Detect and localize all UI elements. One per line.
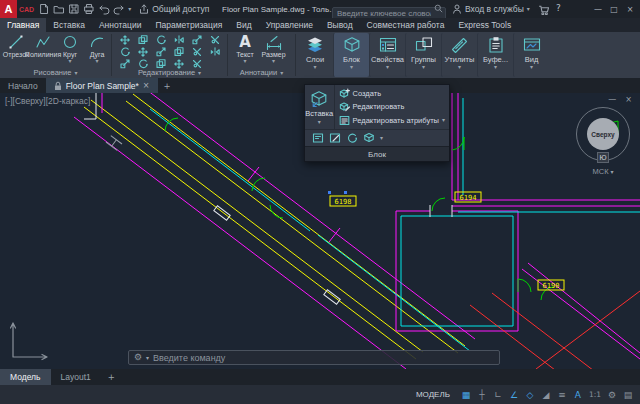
- new-file-icon[interactable]: [38, 3, 50, 15]
- modify-tool-icon[interactable]: [192, 47, 202, 57]
- tab-view[interactable]: Вид: [229, 18, 258, 32]
- tab-express-tools[interactable]: Express Tools: [451, 18, 518, 32]
- block-panel-button[interactable]: Блок ▾: [333, 33, 369, 77]
- copy-tool-icon[interactable]: [138, 35, 148, 45]
- insert-block-button[interactable]: Вставка ▾: [305, 85, 335, 129]
- arc-icon: [89, 34, 105, 50]
- annotation-panel: А Текст ▾ Размер ▾ Аннотации▾: [228, 32, 295, 78]
- ortho-toggle[interactable]: ∟: [491, 387, 505, 402]
- draw-panel-expander[interactable]: Рисование▾: [0, 67, 111, 78]
- create-block-icon: [339, 88, 350, 99]
- view-cube[interactable]: Сверху Ю МСК ▾: [576, 107, 630, 176]
- polar-tracking-toggle[interactable]: ∠: [507, 387, 521, 402]
- undo-icon[interactable]: [98, 3, 110, 15]
- app-menu-button[interactable]: A: [0, 0, 17, 18]
- drawing-tab[interactable]: Floor Plan Sample* ×: [46, 78, 158, 93]
- groups-icon: [415, 36, 433, 54]
- tab-collaborate[interactable]: Совместная работа: [360, 18, 452, 32]
- sync-attributes-icon[interactable]: [346, 132, 358, 144]
- modify-tool-icon[interactable]: [138, 47, 148, 57]
- annotation-visibility-toggle[interactable]: А: [571, 387, 585, 402]
- edit-block-icon: [339, 101, 350, 112]
- sign-in-button[interactable]: Вход в службы ▾: [452, 0, 530, 18]
- define-attributes-icon[interactable]: [312, 132, 324, 144]
- annotation-panel-expander[interactable]: Аннотации▾: [228, 67, 295, 78]
- tab-parametric[interactable]: Параметризация: [148, 18, 229, 32]
- customize-icon[interactable]: ⚙: [134, 353, 142, 362]
- tab-output[interactable]: Вывод: [320, 18, 360, 32]
- groups-panel-button[interactable]: Группы ▾: [405, 33, 441, 77]
- snap-toggle[interactable]: ┼: [475, 387, 489, 402]
- edit-attribute-icon[interactable]: [329, 132, 341, 144]
- start-tab[interactable]: Начало: [0, 78, 46, 93]
- utilities-panel-button[interactable]: Утилиты ▾: [441, 33, 477, 77]
- plot-icon[interactable]: [83, 3, 95, 15]
- ucs-selector[interactable]: МСК ▾: [576, 167, 630, 176]
- customize-button[interactable]: ▤: [621, 387, 635, 402]
- workspace-button[interactable]: ⚙: [605, 387, 619, 402]
- close-button[interactable]: ×: [622, 5, 638, 14]
- layout1-tab[interactable]: Layout1: [51, 369, 101, 385]
- close-tab-icon[interactable]: ×: [143, 81, 150, 90]
- stretch-tool-icon[interactable]: [192, 35, 202, 45]
- circle-button[interactable]: Круг ▾: [57, 34, 83, 67]
- create-block-item[interactable]: Создать: [335, 87, 449, 100]
- search-icon[interactable]: [434, 4, 443, 13]
- new-drawing-tab-button[interactable]: +: [158, 78, 177, 93]
- chevron-down-icon[interactable]: ▾: [146, 355, 149, 361]
- dimension-icon: [266, 34, 282, 50]
- edit-block-item[interactable]: Редактировать: [335, 100, 449, 113]
- trim-tool-icon[interactable]: [210, 35, 220, 45]
- move-tool-icon[interactable]: [120, 35, 130, 45]
- viewport-controls[interactable]: [-][Сверху][2D-каркас]: [5, 96, 90, 106]
- viewcube-south[interactable]: Ю: [597, 152, 609, 163]
- chevron-down-icon: ▾: [95, 58, 98, 64]
- room-tag: 6194: [460, 194, 477, 202]
- chevron-down-icon[interactable]: ▾: [128, 6, 131, 12]
- arc-button[interactable]: Дуга ▾: [84, 34, 110, 67]
- rotate-tool-icon[interactable]: [156, 35, 166, 45]
- layers-panel-button[interactable]: Слои ▾: [297, 33, 333, 77]
- object-snap-toggle[interactable]: ◇: [523, 387, 537, 402]
- app-store-icon[interactable]: [538, 4, 549, 15]
- help-icon[interactable]: ?: [556, 3, 561, 13]
- grid-toggle[interactable]: ▦: [459, 387, 473, 402]
- lineweight-toggle[interactable]: ≡: [555, 387, 569, 402]
- tab-annotate[interactable]: Аннотации: [92, 18, 149, 32]
- modify-tool-icon[interactable]: [156, 47, 166, 57]
- block-tool-icon[interactable]: [363, 132, 375, 144]
- new-layout-button[interactable]: +: [101, 369, 122, 385]
- viewport-close-icon[interactable]: ×: [625, 95, 632, 104]
- chevron-down-icon[interactable]: ▾: [380, 135, 383, 141]
- redo-icon[interactable]: [113, 3, 125, 15]
- tab-manage[interactable]: Управление: [259, 18, 320, 32]
- command-line[interactable]: ⚙ ▾: [128, 350, 500, 365]
- polyline-button[interactable]: Полилиния: [30, 34, 56, 67]
- maximize-button[interactable]: □: [606, 5, 622, 14]
- edit-attributes-item[interactable]: Редактировать атрибуты ▾: [335, 114, 449, 127]
- save-icon[interactable]: [68, 3, 80, 15]
- dimension-button[interactable]: Размер ▾: [259, 34, 288, 67]
- modify-tool-icon[interactable]: [210, 47, 220, 57]
- object-snap-tracking-toggle[interactable]: ◢: [539, 387, 553, 402]
- viewport-minimize-icon[interactable]: —: [608, 95, 616, 104]
- share-button[interactable]: Общий доступ: [139, 4, 209, 14]
- mirror-tool-icon[interactable]: [174, 35, 184, 45]
- model-tab[interactable]: Модель: [0, 369, 51, 385]
- command-input[interactable]: [153, 353, 494, 363]
- clipboard-panel-button[interactable]: Буфе... ▾: [477, 33, 513, 77]
- properties-panel-button[interactable]: Свойства ▾: [369, 33, 405, 77]
- annotation-scale-button[interactable]: 1:1: [587, 387, 603, 402]
- view-panel-button[interactable]: Вид ▾: [513, 33, 549, 77]
- open-folder-icon[interactable]: [53, 3, 65, 15]
- circle-icon: [62, 34, 78, 50]
- modify-tool-icon[interactable]: [174, 47, 184, 57]
- text-button[interactable]: А Текст ▾: [232, 34, 258, 67]
- tab-insert[interactable]: Вставка: [46, 18, 92, 32]
- viewcube-top-face[interactable]: Сверху: [587, 118, 619, 150]
- tab-home[interactable]: Главная: [0, 18, 46, 32]
- minimize-button[interactable]: —: [590, 5, 606, 14]
- modify-tool-icon[interactable]: [120, 47, 130, 57]
- model-space-button[interactable]: МОДЕЛЬ: [416, 390, 450, 399]
- modify-panel-expander[interactable]: Редактирование▾: [112, 67, 227, 78]
